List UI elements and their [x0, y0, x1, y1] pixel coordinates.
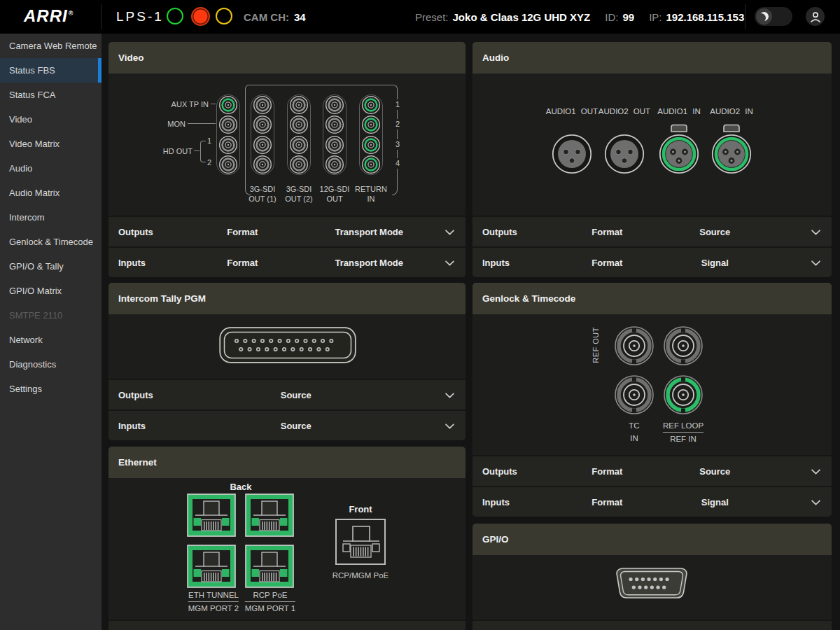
bnc-connector-icon — [361, 95, 381, 115]
return-num-2: 2 — [395, 119, 400, 130]
bnc-connector-icon — [289, 115, 309, 134]
bnc-connector-icon — [361, 115, 381, 134]
intercom-panel-header: Intercom Tally PGM — [108, 283, 465, 314]
status-light-green-icon — [167, 8, 183, 24]
bnc-connector-icon — [361, 135, 381, 155]
back-label: Back — [230, 482, 251, 492]
status-light-red-icon — [191, 7, 210, 26]
id-value: 99 — [622, 11, 634, 23]
sidebar-item-status-fca[interactable]: Status FCA — [0, 83, 102, 107]
intercom-outputs-row[interactable]: Outputs Source — [108, 379, 465, 410]
cam-channel: CAM CH: 34 — [244, 0, 306, 34]
video-outputs-row[interactable]: Outputs Format Transport Mode — [108, 216, 465, 246]
row-label: Format — [592, 258, 622, 268]
sidebar-item-settings[interactable]: Settings — [0, 377, 102, 401]
id-label: ID: — [605, 11, 618, 23]
audio1-in-label: AUDIO1 IN — [657, 107, 701, 115]
intercom-inputs-row[interactable]: Inputs Source — [108, 410, 465, 440]
sidebar-item-gpio-tally[interactable]: GPI/O & Tally — [0, 254, 102, 279]
preset-value: Joko & Claas 12G UHD XYZ — [453, 11, 591, 23]
row-label: Format — [227, 258, 258, 268]
row-label: Source — [699, 227, 730, 237]
xlr-female-icon — [657, 124, 701, 174]
col-label-12g-sdi-out: 12G-SDIOUT — [320, 184, 350, 204]
connector-line — [211, 104, 216, 104]
rj45-port-icon — [187, 493, 236, 537]
genlock-connector-diagram: REF OUT TC IN REF LOOP REF IN — [472, 314, 832, 455]
top-bar: ARRI® LPS-1 CAM CH: 34 Preset: Joko & Cl… — [0, 0, 840, 34]
rj45-port-icon — [245, 493, 294, 537]
audio-outputs-row[interactable]: Outputs Format Source — [472, 216, 832, 246]
row-label: Inputs — [118, 421, 146, 431]
sidebar-item-diagnostics[interactable]: Diagnostics — [0, 352, 102, 377]
rj45-port-icon — [335, 519, 386, 565]
sidebar-item-status-fbs[interactable]: Status FBS — [0, 58, 102, 83]
eth-tunnel-port-label: ETH TUNNEL MGM PORT 2 — [188, 591, 239, 612]
sidebar-item-video-matrix[interactable]: Video Matrix — [0, 132, 102, 156]
bnc-connector-icon — [325, 135, 344, 155]
chevron-down-icon — [445, 424, 454, 429]
bnc-connector-icon — [325, 95, 344, 115]
sidebar-item-camera-web-remote[interactable]: Camera Web Remote — [0, 34, 102, 58]
bnc-connector-icon — [218, 135, 238, 155]
bnc-connector-icon — [218, 115, 238, 134]
bracket-hook — [392, 190, 398, 195]
bnc-column-12g-sdi-out — [323, 94, 346, 175]
ethernet-outputs-row[interactable]: Outputs Format Status — [108, 620, 465, 630]
ethernet-panel-header: Ethernet — [108, 447, 465, 478]
row-label: Signal — [701, 497, 729, 507]
return-num-3: 3 — [395, 139, 400, 150]
sidebar-item-video[interactable]: Video — [0, 107, 102, 132]
divider — [745, 4, 746, 29]
audio1-out-label: AUDIO1 OUT — [546, 107, 598, 115]
ref-out-label: REF OUT — [592, 327, 600, 363]
gpio-outputs-row[interactable]: Outputs Format Source — [472, 620, 832, 630]
tc-in-label: TC IN — [629, 421, 639, 442]
rj45-port-icon — [245, 545, 294, 588]
sidebar-item-intercom[interactable]: Intercom — [0, 205, 102, 230]
audio2-out-label: AUDIO2 OUT — [598, 107, 650, 115]
bnc-column-return-in — [359, 94, 383, 175]
chevron-down-icon — [811, 469, 820, 475]
row-label: Inputs — [482, 258, 510, 268]
bnc-connector-icon — [325, 115, 344, 134]
video-inputs-row[interactable]: Inputs Format Transport Mode — [108, 246, 465, 277]
row-label: Outputs — [118, 227, 153, 237]
video-connector-diagram: AUX TP IN MON HD OUT 1 2 — [108, 74, 465, 216]
bnc-connector-icon — [289, 135, 309, 155]
ethernet-connector-diagram: Back ETH TUNNEL MGM PORT 2 RCP PoE MGM P… — [108, 478, 465, 620]
connector-line — [188, 123, 216, 124]
xlr-female-icon — [710, 124, 753, 174]
row-label: Transport Mode — [335, 258, 404, 268]
db25-connector-icon — [219, 327, 356, 363]
col-label-return-in: RETURNIN — [355, 184, 387, 204]
row-label: Inputs — [482, 497, 510, 507]
sidebar-item-audio[interactable]: Audio — [0, 156, 102, 181]
cam-ch-value: 34 — [294, 11, 306, 23]
ethernet-panel: Ethernet Back ETH TUNNEL MGM PORT 2 RCP … — [108, 447, 465, 630]
user-button[interactable] — [806, 7, 825, 26]
sidebar-item-network[interactable]: Network — [0, 328, 102, 352]
dark-mode-toggle[interactable] — [755, 7, 792, 26]
status-light-yellow-icon — [216, 8, 232, 24]
sidebar-item-gpio-matrix[interactable]: GPI/O Matrix — [0, 279, 102, 303]
sidebar-item-audio-matrix[interactable]: Audio Matrix — [0, 181, 102, 205]
audio-inputs-row[interactable]: Inputs Format Signal — [472, 246, 832, 277]
device-name: LPS-1 — [116, 9, 164, 24]
rcp-poe-port-label: RCP PoE MGM PORT 1 — [245, 591, 295, 612]
genlock-inputs-row[interactable]: Inputs Format Signal — [472, 486, 832, 517]
hd-out-label: HD OUT — [108, 147, 192, 155]
sidebar-item-genlock-timecode[interactable]: Genlock & Timecode — [0, 230, 102, 254]
bnc-connector-icon — [663, 374, 704, 415]
bnc-connector-icon — [218, 95, 238, 115]
bnc-connector-icon — [253, 95, 272, 115]
row-label: Outputs — [482, 466, 517, 477]
preset-info: Preset: Joko & Claas 12G UHD XYZ ID: 99 … — [415, 0, 744, 34]
gpio-connector-diagram — [472, 555, 832, 620]
genlock-timecode-panel: Genlock & Timecode REF OUT TC IN REF LOO… — [472, 283, 832, 517]
row-label: Inputs — [118, 258, 146, 268]
ref-loop-ref-in-label: REF LOOP REF IN — [663, 421, 704, 443]
rcp-mgm-poe-label: RCP/MGM PoE — [332, 571, 389, 580]
row-label: Source — [281, 390, 312, 400]
genlock-outputs-row[interactable]: Outputs Format Source — [472, 455, 832, 486]
